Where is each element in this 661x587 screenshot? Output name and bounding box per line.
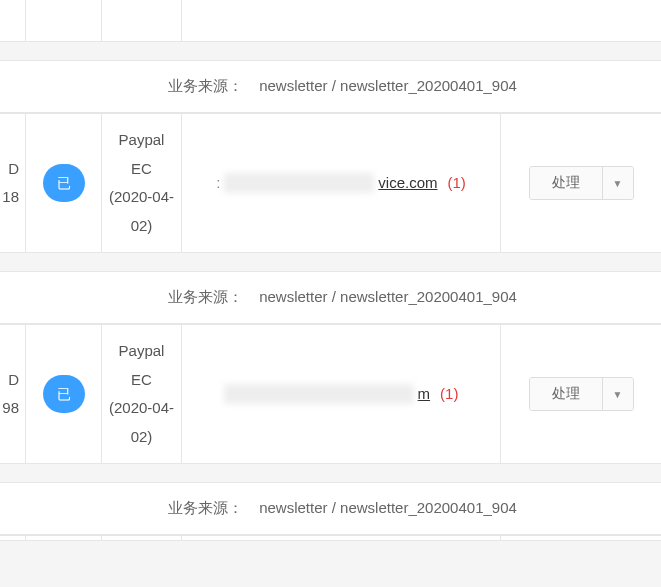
id-frag: 18 <box>2 183 19 212</box>
table-row: D 18 已 Paypal EC (2020-04-02) : vice.com… <box>0 113 661 253</box>
action-cell: 处理 ▼ <box>501 325 661 463</box>
cell <box>182 536 501 540</box>
cell <box>501 536 661 540</box>
status-cell: 已 <box>26 114 102 252</box>
spacer <box>0 464 661 482</box>
email-count: (1) <box>440 380 458 409</box>
source-value: newsletter / newsletter_20200401_904 <box>259 77 517 94</box>
email-cell: m (1) <box>182 325 501 463</box>
gateway-name: Paypal EC <box>108 126 175 183</box>
action-dropdown-button[interactable]: ▼ <box>603 378 633 410</box>
table-row-stub <box>0 535 661 541</box>
status-cell: 已 <box>26 325 102 463</box>
caret-down-icon: ▼ <box>613 178 623 189</box>
source-label: 业务来源： <box>168 288 243 305</box>
source-label: 业务来源： <box>168 499 243 516</box>
gateway-date: (2020-04-02) <box>108 394 175 451</box>
source-row: 业务来源： newsletter / newsletter_20200401_9… <box>0 271 661 324</box>
table-row: D 98 已 Paypal EC (2020-04-02) m (1) 处理 ▼ <box>0 324 661 464</box>
id-cell: D 98 <box>0 325 26 463</box>
cell <box>0 536 26 540</box>
action-cell: 处理 ▼ <box>501 114 661 252</box>
id-frag: D <box>8 366 19 395</box>
action-button-group: 处理 ▼ <box>529 377 634 411</box>
spacer <box>0 253 661 271</box>
gateway-cell: Paypal EC (2020-04-02) <box>102 114 182 252</box>
email-link[interactable]: vice.com <box>378 169 437 198</box>
cell <box>102 0 182 41</box>
source-label: 业务来源： <box>168 77 243 94</box>
table-row-stub <box>0 0 661 42</box>
action-dropdown-button[interactable]: ▼ <box>603 167 633 199</box>
status-badge: 已 <box>43 375 85 414</box>
source-value: newsletter / newsletter_20200401_904 <box>259 288 517 305</box>
cell <box>0 0 26 41</box>
source-row: 业务来源： newsletter / newsletter_20200401_9… <box>0 482 661 535</box>
email-link[interactable]: m <box>418 380 431 409</box>
caret-down-icon: ▼ <box>613 389 623 400</box>
id-frag: 98 <box>2 394 19 423</box>
redacted-strip <box>224 384 414 404</box>
id-cell: D 18 <box>0 114 26 252</box>
spacer <box>0 42 661 60</box>
source-row: 业务来源： newsletter / newsletter_20200401_9… <box>0 60 661 113</box>
process-button[interactable]: 处理 <box>530 378 603 410</box>
cell <box>102 536 182 540</box>
process-button[interactable]: 处理 <box>530 167 603 199</box>
id-frag: D <box>8 155 19 184</box>
email-cell: : vice.com (1) <box>182 114 501 252</box>
redacted: : <box>216 169 220 198</box>
status-badge: 已 <box>43 164 85 203</box>
gateway-name: Paypal EC <box>108 337 175 394</box>
cell <box>182 0 661 41</box>
cell <box>26 536 102 540</box>
email-count: (1) <box>448 169 466 198</box>
redacted-strip <box>224 173 374 193</box>
gateway-cell: Paypal EC (2020-04-02) <box>102 325 182 463</box>
gateway-date: (2020-04-02) <box>108 183 175 240</box>
cell <box>26 0 102 41</box>
source-value: newsletter / newsletter_20200401_904 <box>259 499 517 516</box>
action-button-group: 处理 ▼ <box>529 166 634 200</box>
